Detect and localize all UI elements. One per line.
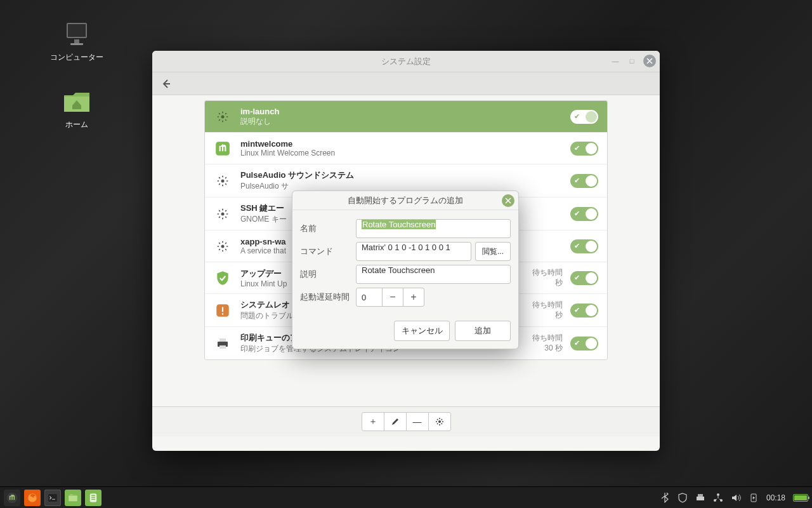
svg-point-26 (717, 493, 719, 496)
startup-title: im-launch (240, 107, 570, 116)
menu-button[interactable] (4, 490, 20, 506)
home-folder-icon (62, 86, 92, 117)
desktop-icon-label: コンピューター (42, 52, 112, 63)
gear-icon (214, 237, 232, 255)
command-label: コマンド (300, 246, 356, 257)
arrow-left-icon (160, 78, 172, 90)
startup-wait: 待ち時間 30 秒 (525, 333, 563, 353)
add-confirm-button[interactable]: 追加 (455, 321, 511, 341)
mint-menu-icon (6, 491, 18, 504)
startup-title: PulseAudio サウンドシステム (240, 170, 570, 181)
svg-rect-11 (222, 313, 223, 314)
startup-toggle[interactable]: ✔ (570, 337, 598, 351)
taskbar-firefox[interactable] (24, 490, 41, 506)
startup-toggle[interactable]: ✔ (570, 271, 598, 285)
mint-icon (214, 140, 232, 157)
startup-toggle[interactable]: ✔ (570, 174, 598, 188)
terminal-icon (47, 492, 58, 504)
alert-icon (214, 302, 232, 319)
delay-label: 起動遅延時間 (300, 291, 356, 303)
delay-increase-button[interactable]: + (403, 288, 424, 307)
svg-rect-18 (48, 494, 57, 502)
add-startup-dialog: 自動開始するプログラムの追加 名前 Rotate Touchscreen コマン… (292, 190, 519, 349)
name-input[interactable]: Rotate Touchscreen (356, 219, 511, 238)
svg-point-4 (221, 115, 225, 118)
taskbar-terminal[interactable] (44, 490, 61, 506)
svg-rect-10 (222, 307, 223, 312)
svg-point-6 (221, 179, 225, 182)
startup-row-mintwelcome[interactable]: mintwelcome Linux Mint Welcome Screen ✔ (205, 133, 607, 164)
delay-input[interactable]: 0 (356, 288, 383, 307)
footer-toolbar: ＋ — (152, 406, 660, 436)
network-icon[interactable] (713, 493, 723, 503)
svg-rect-21 (91, 495, 95, 496)
svg-rect-22 (91, 497, 95, 498)
dialog-title: 自動開始するプログラムの追加 (348, 195, 463, 206)
startup-toggle[interactable]: ✔ (570, 207, 598, 221)
printer-icon (214, 335, 232, 352)
svg-rect-24 (697, 497, 704, 500)
firefox-icon (27, 492, 38, 504)
gear-icon (214, 205, 232, 223)
close-button[interactable] (643, 55, 656, 67)
files-icon (67, 492, 79, 504)
battery-indicator[interactable] (793, 494, 808, 502)
run-button[interactable] (428, 412, 451, 431)
bluetooth-icon[interactable] (660, 493, 670, 503)
startup-toggle[interactable]: ✔ (570, 239, 598, 253)
gear-run-icon (435, 417, 444, 426)
svg-rect-1 (68, 24, 86, 37)
clock[interactable]: 00:18 (766, 493, 785, 502)
power-icon[interactable] (749, 493, 759, 503)
svg-rect-3 (70, 43, 83, 45)
taskbar[interactable]: 00:18 (0, 486, 812, 508)
close-icon (646, 58, 653, 64)
svg-rect-2 (74, 39, 79, 43)
svg-rect-23 (91, 498, 95, 500)
desktop-icon-home[interactable]: ホーム (42, 86, 112, 130)
desktop-icon-computer[interactable]: コンピューター (42, 19, 112, 63)
startup-toggle[interactable]: ✔ (570, 142, 598, 156)
desktop-icon-label: ホーム (42, 119, 112, 130)
maximize-button[interactable]: □ (627, 56, 637, 66)
close-icon (505, 197, 511, 204)
dialog-titlebar[interactable]: 自動開始するプログラムの追加 (292, 191, 518, 210)
browse-button[interactable]: 閲覧... (475, 242, 511, 261)
dialog-close-button[interactable] (502, 194, 514, 207)
cancel-button[interactable]: キャンセル (394, 321, 450, 341)
volume-icon[interactable] (731, 493, 741, 503)
startup-toggle[interactable]: ✔ (570, 304, 598, 318)
breadcrumb-bar (152, 72, 660, 95)
svg-point-15 (438, 420, 441, 423)
gear-icon (214, 172, 232, 190)
desc-input[interactable]: Rotate Touchscreen (356, 265, 511, 284)
add-button[interactable]: ＋ (362, 412, 384, 431)
remove-button[interactable]: — (406, 412, 429, 431)
computer-icon (62, 19, 92, 50)
startup-desc: 説明なし (240, 116, 570, 127)
delay-decrease-button[interactable]: − (382, 288, 403, 307)
name-label: 名前 (300, 223, 356, 234)
shield-tray-icon[interactable] (678, 493, 688, 503)
taskbar-settings[interactable] (85, 490, 102, 506)
taskbar-files[interactable] (65, 490, 81, 506)
command-input[interactable]: Matrix' 0 1 0 -1 0 1 0 0 1 (356, 242, 471, 261)
svg-rect-13 (219, 338, 226, 342)
titlebar[interactable]: システム設定 — □ (152, 51, 660, 72)
edit-button[interactable] (384, 412, 407, 431)
minimize-button[interactable]: — (610, 56, 620, 66)
startup-row-im-launch[interactable]: im-launch 説明なし ✔ (205, 101, 607, 133)
svg-rect-19 (69, 496, 77, 501)
startup-desc: Linux Mint Welcome Screen (240, 149, 570, 157)
startup-toggle[interactable]: ✔ (570, 110, 598, 124)
startup-title: mintwelcome (240, 139, 570, 149)
printer-tray-icon[interactable] (695, 493, 705, 503)
gear-icon (214, 108, 232, 126)
startup-wait: 待ち時間 秒 (525, 300, 563, 320)
svg-point-8 (221, 244, 225, 248)
back-button[interactable] (159, 76, 174, 91)
window-title: システム設定 (381, 56, 431, 67)
startup-wait: 待ち時間 秒 (525, 268, 563, 288)
svg-point-7 (221, 212, 225, 215)
svg-rect-25 (698, 494, 703, 497)
